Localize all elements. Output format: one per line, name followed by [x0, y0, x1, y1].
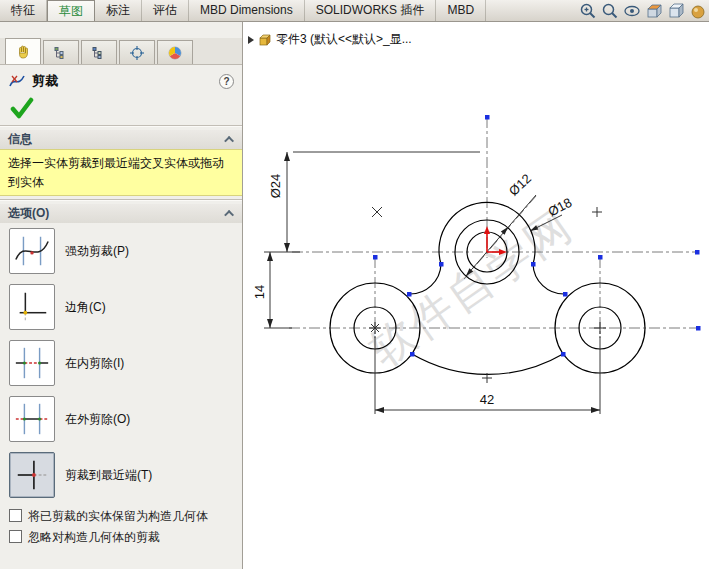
- trim-outside-icon: [13, 400, 51, 438]
- trim-tool-icon: [8, 72, 26, 90]
- feature-tree-icon: [53, 45, 69, 61]
- dimension-14[interactable]: 14: [252, 285, 267, 299]
- options-header-label: 选项(O): [8, 205, 49, 222]
- option-row: 剪裁到最近端(T): [0, 447, 242, 503]
- option-label: 在外剪除(O): [65, 411, 130, 428]
- tab-mbd-dimensions[interactable]: MBD Dimensions: [189, 0, 305, 21]
- view-orientation-icon[interactable]: [666, 2, 685, 21]
- option-label: 强劲剪裁(P): [65, 243, 129, 260]
- dimension-lines[interactable]: [264, 152, 600, 414]
- view-settings-icon[interactable]: [622, 2, 641, 21]
- configuration-tree-icon: [91, 45, 107, 61]
- corner-trim-icon: [13, 288, 51, 326]
- dimension-d24[interactable]: Ø24: [268, 174, 283, 199]
- trim-to-closest-button[interactable]: [9, 452, 55, 498]
- propertymanager-tab[interactable]: [5, 38, 41, 64]
- crosshair-icon: [129, 45, 145, 61]
- dimxpertmanager-tab[interactable]: [119, 40, 155, 64]
- property-manager-panel: 剪裁 ? 信息 选择一实体剪裁到最近端交叉实体或拖动到实体 选项(O) 强劲剪裁…: [0, 22, 243, 569]
- option-row: 在内剪除(I): [0, 335, 242, 391]
- zoom-fit-icon[interactable]: [600, 2, 619, 21]
- section-view-icon[interactable]: [644, 2, 663, 21]
- pm-confirm-row: [0, 94, 242, 122]
- part-icon: [258, 33, 272, 47]
- message-box: 选择一实体剪裁到最近端交叉实体或拖动到实体: [0, 149, 242, 196]
- message-section-header[interactable]: 信息: [0, 130, 242, 149]
- ignore-construction-checkbox[interactable]: [9, 530, 22, 543]
- tab-sketch[interactable]: 草图: [47, 0, 95, 21]
- tree-expand-icon[interactable]: [248, 36, 254, 44]
- power-trim-icon: [13, 232, 51, 270]
- appearance-icon[interactable]: [688, 2, 707, 21]
- dimension-42[interactable]: 42: [480, 392, 494, 407]
- ignore-construction-checkbox-row: 忽略对构造几何体的剪裁: [0, 524, 242, 545]
- configurationmanager-tab[interactable]: [81, 40, 117, 64]
- option-row: 边角(C): [0, 279, 242, 335]
- power-trim-button[interactable]: [9, 228, 55, 274]
- tab-solidworks-addins[interactable]: SOLIDWORKS 插件: [305, 0, 437, 21]
- zoom-in-icon[interactable]: [578, 2, 597, 21]
- solidworks-window: 特征 草图 标注 评估 MBD Dimensions SOLIDWORKS 插件…: [0, 0, 709, 569]
- checkbox-label: 忽略对构造几何体的剪裁: [28, 529, 160, 545]
- tab-annotations[interactable]: 标注: [95, 0, 142, 21]
- trim-outside-button[interactable]: [9, 396, 55, 442]
- option-label: 剪裁到最近端(T): [65, 467, 152, 484]
- keep-as-construction-checkbox[interactable]: [9, 509, 22, 522]
- option-row: 强劲剪裁(P): [0, 223, 242, 279]
- displaymanager-tab[interactable]: [157, 40, 193, 64]
- command-manager-tabbar: 特征 草图 标注 评估 MBD Dimensions SOLIDWORKS 插件…: [0, 0, 709, 22]
- options-section-header[interactable]: 选项(O): [0, 204, 242, 223]
- dimension-d12[interactable]: Ø12: [506, 171, 534, 199]
- view-toolbar: [578, 0, 707, 22]
- hand-icon: [15, 44, 31, 60]
- divider: [0, 199, 242, 201]
- collapse-chevron-icon: [224, 210, 234, 220]
- pm-header: 剪裁 ?: [0, 68, 242, 94]
- message-header-label: 信息: [8, 131, 32, 148]
- trim-inside-icon: [13, 344, 51, 382]
- bottom-connector-arc: [412, 354, 563, 374]
- keep-as-construction-checkbox-row: 将已剪裁的实体保留为构造几何体: [0, 503, 242, 524]
- collapse-chevron-icon: [224, 136, 234, 146]
- sketch-canvas[interactable]: 软件自学网: [244, 22, 709, 569]
- tab-features[interactable]: 特征: [0, 0, 47, 21]
- pm-title: 剪裁: [32, 72, 58, 90]
- manager-tab-strip: [0, 38, 242, 65]
- divider: [0, 125, 242, 127]
- tab-mbd[interactable]: MBD: [436, 0, 486, 21]
- tab-evaluate[interactable]: 评估: [142, 0, 189, 21]
- trim-inside-button[interactable]: [9, 340, 55, 386]
- feature-tree-flyout[interactable]: 零件3 (默认<<默认>_显...: [248, 31, 412, 48]
- checkbox-label: 将已剪裁的实体保留为构造几何体: [28, 508, 208, 524]
- corner-trim-button[interactable]: [9, 284, 55, 330]
- featuremanager-tab[interactable]: [43, 40, 79, 64]
- tree-item-label: 零件3 (默认<<默认>_显...: [276, 31, 412, 48]
- centerlines[interactable]: [289, 117, 699, 338]
- trim-to-closest-icon: [13, 456, 51, 494]
- option-label: 在内剪除(I): [65, 355, 124, 372]
- option-row: 在外剪除(O): [0, 391, 242, 447]
- ok-check-icon[interactable]: [10, 97, 34, 119]
- color-ball-icon: [167, 45, 183, 61]
- graphics-area[interactable]: 零件3 (默认<<默认>_显... 软件自学网: [244, 22, 709, 569]
- option-label: 边角(C): [65, 299, 106, 316]
- help-icon[interactable]: ?: [219, 74, 234, 89]
